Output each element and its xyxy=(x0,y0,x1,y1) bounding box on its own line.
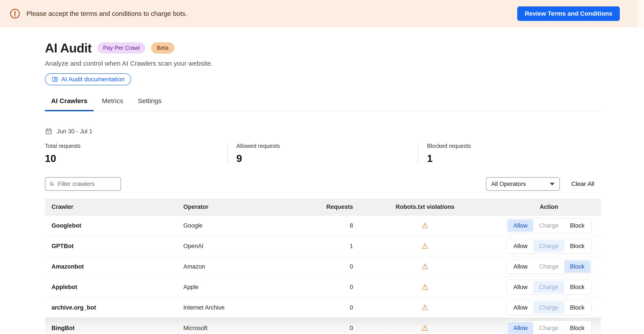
charge-button[interactable]: Charge xyxy=(533,260,564,273)
action-segmented-control: Allow Charge Block xyxy=(506,218,592,233)
tab-settings[interactable]: Settings xyxy=(132,97,168,111)
crawler-search-box[interactable] xyxy=(45,177,121,191)
crawler-operator: Microsoft xyxy=(183,325,287,331)
crawler-requests: 0 xyxy=(287,284,353,291)
crawler-operator: Google xyxy=(183,222,287,229)
crawler-requests: 0 xyxy=(287,304,353,311)
beta-badge: Beta xyxy=(151,42,174,54)
page-header: AI Audit Pay Per Crawl Beta xyxy=(45,41,601,55)
crawler-name: GPTBot xyxy=(45,243,183,250)
allow-button[interactable]: Allow xyxy=(508,322,533,334)
scrollbar[interactable] xyxy=(638,0,644,334)
banner-message: Please accept the terms and conditions t… xyxy=(26,10,517,18)
col-header-operator: Operator xyxy=(183,204,287,210)
crawler-requests: 0 xyxy=(287,263,353,270)
allow-button[interactable]: Allow xyxy=(508,219,533,232)
stat-blocked-requests: Blocked requests 1 xyxy=(418,143,480,164)
allow-button[interactable]: Allow xyxy=(508,240,533,252)
table-row: Amazonbot Amazon 0 ⚠ Allow Charge Block xyxy=(45,256,601,277)
pay-per-crawl-badge: Pay Per Crawl xyxy=(97,42,145,54)
crawler-name: Amazonbot xyxy=(45,263,183,270)
allow-button[interactable]: Allow xyxy=(508,301,533,314)
action-segmented-control: Allow Charge Block xyxy=(506,320,592,334)
block-button[interactable]: Block xyxy=(564,301,590,314)
book-icon xyxy=(52,76,58,83)
page-subtitle: Analyze and control when AI Crawlers sca… xyxy=(45,60,601,67)
allow-button[interactable]: Allow xyxy=(508,260,533,273)
action-segmented-control: Allow Charge Block xyxy=(506,259,592,274)
crawler-requests: 8 xyxy=(287,222,353,229)
stat-value: 10 xyxy=(45,152,218,164)
block-button[interactable]: Block xyxy=(564,219,590,232)
crawler-requests: 1 xyxy=(287,243,353,250)
robots-violation-warning-icon[interactable]: ⚠ xyxy=(422,221,428,230)
warning-circle-icon xyxy=(10,8,20,19)
terms-warning-banner: Please accept the terms and conditions t… xyxy=(0,0,644,27)
chevron-down-icon xyxy=(550,183,555,185)
table-row: BingBot Microsoft 0 ⚠ Allow Charge Block xyxy=(45,318,601,334)
col-header-action: Action xyxy=(497,204,601,210)
crawler-name: Applebot xyxy=(45,284,183,291)
col-header-violations: Robots.txt violations xyxy=(353,204,497,210)
date-range-row: Jun 30 - Jul 1 xyxy=(45,128,601,135)
charge-button[interactable]: Charge xyxy=(533,301,564,314)
table-row: GPTBot OpenAI 1 ⚠ Allow Charge Block xyxy=(45,236,601,256)
crawler-operator: Amazon xyxy=(183,263,287,270)
main-content: AI Audit Pay Per Crawl Beta Analyze and … xyxy=(0,27,644,334)
charge-button[interactable]: Charge xyxy=(533,281,564,293)
crawler-operator: OpenAI xyxy=(183,243,287,250)
stat-allowed-requests: Allowed requests 9 xyxy=(227,143,418,164)
table-row: Googlebot Google 8 ⚠ Allow Charge Block xyxy=(45,215,601,236)
action-segmented-control: Allow Charge Block xyxy=(506,300,592,315)
action-segmented-control: Allow Charge Block xyxy=(506,239,592,254)
col-header-requests: Requests xyxy=(287,204,353,210)
operator-filter-select[interactable]: All Operators xyxy=(486,177,560,191)
tab-metrics[interactable]: Metrics xyxy=(96,97,130,111)
charge-button[interactable]: Charge xyxy=(533,240,564,252)
col-header-crawler: Crawler xyxy=(45,204,183,210)
clear-all-button[interactable]: Clear All xyxy=(571,180,594,187)
doc-button-label: AI Audit documentation xyxy=(61,76,124,83)
charge-button[interactable]: Charge xyxy=(533,322,564,334)
crawlers-table: Crawler Operator Requests Robots.txt vio… xyxy=(45,199,601,334)
crawler-operator: Internet Archive xyxy=(183,304,287,311)
block-button[interactable]: Block xyxy=(564,322,590,334)
robots-violation-warning-icon[interactable]: ⚠ xyxy=(422,282,428,291)
block-button[interactable]: Block xyxy=(564,260,590,273)
stat-label: Blocked requests xyxy=(427,143,471,149)
robots-violation-warning-icon[interactable]: ⚠ xyxy=(422,303,428,312)
date-range-label[interactable]: Jun 30 - Jul 1 xyxy=(57,128,92,135)
filter-crawlers-input[interactable] xyxy=(58,181,117,187)
robots-violation-warning-icon[interactable]: ⚠ xyxy=(422,323,428,332)
stat-label: Allowed requests xyxy=(236,143,409,149)
stat-value: 1 xyxy=(427,152,471,164)
operator-filter-value: All Operators xyxy=(491,181,526,187)
table-header-row: Crawler Operator Requests Robots.txt vio… xyxy=(45,199,601,215)
review-terms-button[interactable]: Review Terms and Conditions xyxy=(517,7,620,21)
right-filters: All Operators Clear All xyxy=(486,177,601,191)
ai-audit-documentation-button[interactable]: AI Audit documentation xyxy=(45,73,131,85)
page-title: AI Audit xyxy=(45,41,92,55)
crawler-name: BingBot xyxy=(45,325,183,331)
stat-value: 9 xyxy=(236,152,409,164)
block-button[interactable]: Block xyxy=(564,240,590,252)
stat-total-requests: Total requests 10 xyxy=(45,143,227,164)
crawler-name: Googlebot xyxy=(45,222,183,229)
search-icon xyxy=(49,181,54,187)
calendar-icon xyxy=(45,128,52,135)
stat-label: Total requests xyxy=(45,143,218,149)
crawler-requests: 0 xyxy=(287,325,353,331)
crawler-name: archive.org_bot xyxy=(45,304,183,311)
robots-violation-warning-icon[interactable]: ⚠ xyxy=(422,241,428,250)
allow-button[interactable]: Allow xyxy=(508,281,533,293)
table-row: Applebot Apple 0 ⚠ Allow Charge Block xyxy=(45,277,601,297)
stats-row: Total requests 10 Allowed requests 9 Blo… xyxy=(45,143,601,164)
filter-bar: All Operators Clear All xyxy=(45,177,601,191)
charge-button[interactable]: Charge xyxy=(533,219,564,232)
block-button[interactable]: Block xyxy=(564,281,590,293)
tab-bar: AI Crawlers Metrics Settings xyxy=(45,97,601,111)
table-row: archive.org_bot Internet Archive 0 ⚠ All… xyxy=(45,297,601,318)
crawler-operator: Apple xyxy=(183,284,287,291)
robots-violation-warning-icon[interactable]: ⚠ xyxy=(422,262,428,271)
tab-ai-crawlers[interactable]: AI Crawlers xyxy=(45,97,94,111)
